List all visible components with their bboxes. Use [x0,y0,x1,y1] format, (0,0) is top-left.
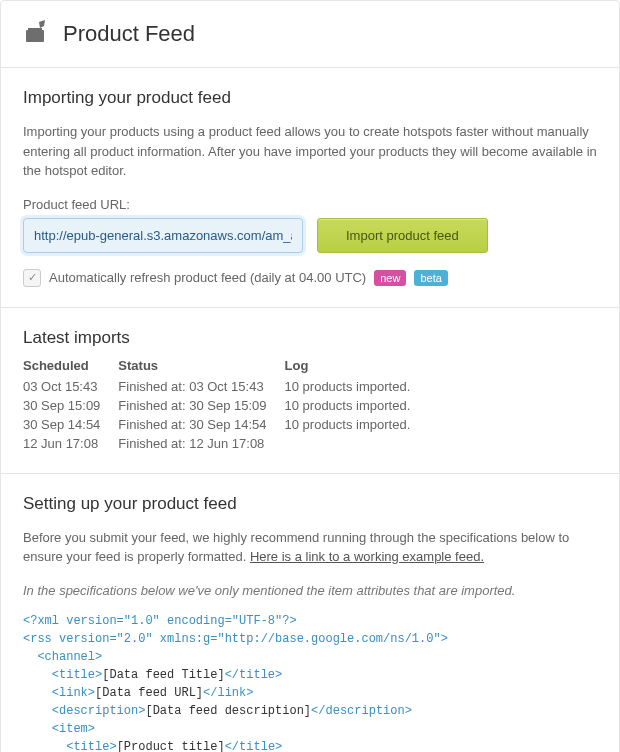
latest-imports-heading: Latest imports [23,328,597,348]
latest-imports-section: Latest imports Scheduled Status Log 03 O… [1,308,619,474]
setup-section: Setting up your product feed Before you … [1,474,619,753]
product-feed-url-input[interactable] [23,218,303,253]
setup-heading: Setting up your product feed [23,494,597,514]
imports-table: Scheduled Status Log 03 Oct 15:43 Finish… [23,358,428,453]
product-feed-icon [23,19,49,49]
setup-description: Before you submit your feed, we highly r… [23,528,597,567]
setup-note: In the specifications below we've only m… [23,583,597,598]
import-product-feed-button[interactable]: Import product feed [317,218,488,253]
col-log: Log [285,358,429,377]
import-section: Importing your product feed Importing yo… [1,68,619,308]
page-title: Product Feed [63,21,195,47]
svg-rect-1 [28,28,42,31]
page-header: Product Feed [1,1,619,68]
table-row: 03 Oct 15:43 Finished at: 03 Oct 15:43 1… [23,377,428,396]
url-label: Product feed URL: [23,197,597,212]
auto-refresh-label: Automatically refresh product feed (dail… [49,270,366,285]
xml-code-block: <?xml version="1.0" encoding="UTF-8"?> <… [23,612,597,753]
table-row: 30 Sep 14:54 Finished at: 30 Sep 14:54 1… [23,415,428,434]
import-heading: Importing your product feed [23,88,597,108]
import-description: Importing your products using a product … [23,122,597,181]
auto-refresh-checkbox[interactable]: ✓ [23,269,41,287]
beta-badge: beta [414,270,447,286]
svg-rect-0 [26,30,44,42]
table-row: 12 Jun 17:08 Finished at: 12 Jun 17:08 [23,434,428,453]
col-status: Status [118,358,284,377]
table-row: 30 Sep 15:09 Finished at: 30 Sep 15:09 1… [23,396,428,415]
new-badge: new [374,270,406,286]
col-scheduled: Scheduled [23,358,118,377]
example-feed-link[interactable]: Here is a link to a working example feed… [250,549,484,564]
